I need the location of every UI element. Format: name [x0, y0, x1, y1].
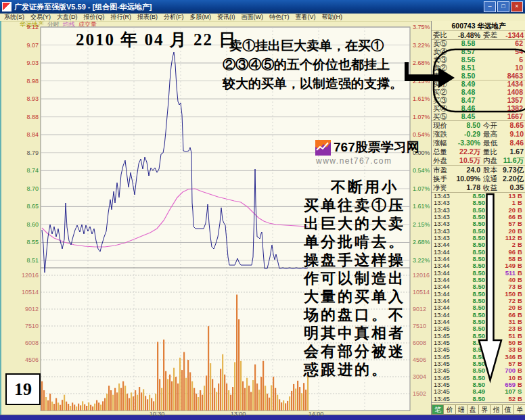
tick-volume: 73	[485, 283, 518, 290]
pct-axis-label: 0.54%	[413, 132, 433, 138]
tick-price: 8.50	[457, 304, 485, 311]
order-book-row-买①[interactable]: 买①8.491434	[432, 80, 525, 89]
quote-value: 8.50	[451, 121, 480, 129]
volume-axis-label-left: 12016	[16, 273, 39, 279]
order-volume: 1434	[486, 80, 525, 88]
tick-buy-sell-flag: B	[518, 346, 525, 353]
order-book-row-卖③[interactable]: 卖③8.566	[432, 56, 525, 64]
logo-url[interactable]: www.net767.com	[316, 156, 392, 166]
tick-row-25: 13:458.50700B	[432, 367, 525, 374]
price-axis-label: 8.70	[16, 186, 39, 192]
panel-tab-笔[interactable]: 笔	[432, 404, 444, 415]
quote-value: 1.67	[501, 147, 525, 156]
quote-label: 外盘	[432, 156, 451, 164]
order-price: 8.49	[451, 80, 486, 88]
order-book-row-卖④[interactable]: 卖④8.5754	[432, 48, 525, 56]
order-price: 8.51	[451, 64, 486, 72]
volume-axis-label-left: 6008	[16, 340, 39, 346]
pct-axis-label: 3.75%	[413, 24, 433, 30]
quote-label: 最高	[480, 130, 501, 138]
price-axis-label: 8.84	[16, 132, 39, 138]
price-axis-label: 8.60	[16, 222, 39, 228]
side-note-line-8: 明其中真相者	[304, 324, 430, 342]
quote-value: 8.46	[501, 139, 525, 147]
quote-label: 涨幅	[432, 139, 451, 147]
panel-tab-界[interactable]: 界	[479, 404, 490, 415]
order-book-row-买④[interactable]: 买④8.461382	[432, 104, 525, 112]
tick-buy-sell-flag: B	[518, 241, 525, 248]
tick-buy-sell-flag: B	[518, 200, 525, 206]
quote-value: 10.5万	[451, 156, 480, 164]
tick-volume: 1	[485, 200, 518, 206]
quote-label: 净资	[432, 183, 451, 191]
quote-row-2: 涨幅-3.30%最低8.46	[432, 139, 525, 147]
side-note-line-2: 出巨大的大卖	[304, 214, 430, 233]
side-note-line-7: 场的盘口。不	[304, 306, 430, 324]
tick-time: 13:44	[432, 304, 457, 311]
panel-tab-值[interactable]: 值	[503, 404, 514, 415]
tick-volume: 2	[485, 241, 518, 248]
app-window: 广发证券至强版V5.59 - [组合图-华远地产] – □ × 系统(S)交易(…	[0, 0, 525, 420]
order-book-row-买③[interactable]: 买③8.471357	[432, 97, 525, 105]
annotation-side-note: 不断用小买单往卖①压出巨大的大卖单分批啃去。操盘手这样操作可以制造出大量的买单入…	[304, 178, 430, 379]
tick-time: 13:43	[432, 200, 457, 206]
top-note-line-1: ②③④⑤的五个价位也都挂上	[223, 55, 431, 74]
logo-title[interactable]: 767股票学习网	[334, 139, 419, 156]
quote-label: 内盘	[480, 156, 501, 164]
panel-tab-单[interactable]: 单	[514, 404, 525, 415]
page-number-box: 19	[5, 373, 41, 405]
price-axis-label: 9.12	[16, 24, 39, 30]
time-axis-label: 10:30	[143, 411, 170, 417]
panel-tab-细[interactable]: 细	[456, 404, 467, 415]
order-volume: 1382	[486, 105, 525, 112]
order-volume: 6	[486, 56, 525, 64]
tick-volume: 23	[485, 325, 518, 332]
order-volume: 1667	[486, 113, 525, 120]
order-level-label: 买①	[432, 80, 451, 88]
price-axis-label: 8.74	[16, 168, 39, 174]
quote-label: 市盈	[432, 166, 451, 174]
time-axis-label: 14:00	[302, 411, 329, 417]
order-level-label: 买⑤	[432, 113, 451, 120]
order-book-row-卖①[interactable]: 卖①8.508463	[432, 72, 525, 80]
tick-time: 13:43	[432, 220, 457, 227]
order-volume: 1357	[486, 97, 525, 104]
price-axis-label: 8.79	[16, 150, 39, 156]
order-book-row-卖⑤[interactable]: 卖⑤8.5862	[432, 40, 525, 48]
panel-tab-价[interactable]: 价	[444, 404, 455, 415]
tick-time: 13:44	[432, 283, 457, 290]
tick-buy-sell-flag: B	[518, 325, 525, 332]
volume-axis-label-left: 4506	[16, 357, 39, 363]
panel-tab-指[interactable]: 指	[490, 404, 502, 415]
order-level-label: 买③	[432, 97, 451, 104]
order-volume: 10	[486, 64, 525, 72]
order-volume: 1408	[486, 89, 525, 96]
quote-row-7: 净资1.78收益0.35	[432, 183, 525, 192]
tick-volume: 700	[485, 367, 518, 374]
volume-axis-label-left: 10514	[16, 289, 39, 296]
order-level-label: 买②	[432, 89, 451, 96]
tick-price: 8.50	[457, 220, 485, 227]
quote-value: 9.10	[501, 130, 525, 138]
quote-label: 最低	[480, 139, 501, 147]
order-book-row-买②[interactable]: 买②8.481408	[432, 89, 525, 97]
tick-buy-sell-flag: S	[518, 388, 525, 395]
order-volume: 62	[486, 40, 525, 47]
quote-row-0: 现价8.50今开8.65	[432, 121, 525, 130]
tick-time: 13:45	[432, 325, 457, 332]
top-note-line-0: 卖①挂出巨大卖单，在买①	[223, 37, 431, 55]
tick-buy-sell-flag: B	[518, 396, 525, 402]
panel-tab-盘[interactable]: 盘	[467, 404, 479, 415]
price-axis-label: 8.51	[16, 258, 39, 264]
quote-value: 11.6万	[501, 156, 525, 164]
tick-list[interactable]: 13:438.5013B13:438.501B13:438.5020B13:43…	[432, 193, 525, 403]
order-price: 8.50	[451, 72, 486, 80]
tick-row-13: 13:448.5073B	[432, 283, 525, 290]
tick-price: 8.50	[457, 346, 485, 353]
order-price: 8.57	[451, 48, 486, 55]
order-book-row-卖②[interactable]: 卖②8.5110	[432, 64, 525, 72]
weibi-label: 委比	[432, 30, 451, 40]
volume-axis-label-left: 7510	[16, 323, 39, 329]
order-book-row-买⑤[interactable]: 买⑤8.451667	[432, 112, 525, 120]
pct-axis-label: 0.54%	[413, 168, 433, 174]
